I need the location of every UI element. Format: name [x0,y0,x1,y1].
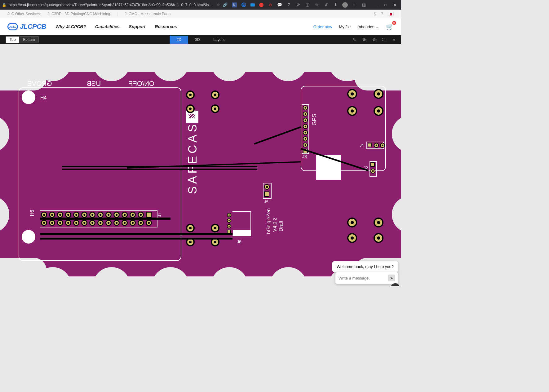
currency-icon[interactable]: ⎘ [374,12,376,16]
nav-support[interactable]: Support [129,24,146,29]
view-tabs: 2D 3D Layers [170,36,232,44]
star-icon[interactable]: ☆ [217,3,220,7]
ext-star2-icon[interactable]: ☆ [314,2,319,7]
logo-text: JLCPCB [20,23,46,31]
cart-button[interactable]: 🛒0 [386,23,394,30]
home-icon[interactable]: ⌂ [391,37,397,42]
nav-capabilities[interactable]: Capabilities [95,24,120,29]
edge-cut [93,44,130,81]
window-controls: ― □ ✕ [372,2,399,8]
edge-cut [270,44,307,81]
silk-grove: GROVE [27,80,52,88]
silk-j4: J4 [360,143,364,148]
silk-h4: H4 [40,95,46,101]
side-top[interactable]: Top [6,37,19,43]
side-selector: Top Bottom [6,36,39,43]
white-strip [233,230,250,236]
silk-j3: J3 [302,154,307,159]
close-button[interactable]: ✕ [391,2,399,8]
ext-block-icon[interactable]: ⊘ [268,2,273,7]
edge-cut [152,44,189,81]
silk-version-name: bGeigieZen [266,208,272,234]
browser-chrome: 🔒 https://cart.jlcpcb.com/quote/gerbervi… [0,0,401,10]
flag-jp-icon[interactable] [388,12,394,16]
my-file-link[interactable]: My file [339,24,351,29]
order-now-link[interactable]: Order now [313,24,332,29]
silk-j6: J6 [237,239,241,244]
ext-swirl-icon[interactable]: 🌀 [241,2,246,7]
chevron-down-icon: ⌄ [376,24,379,29]
trace [40,233,232,235]
sidebar-icon[interactable]: ▥ [361,2,366,7]
ext-link-icon[interactable]: 🔗 [223,2,228,7]
lock-icon: 🔒 [2,3,6,7]
silk-j5: J5 [264,200,268,204]
chat-welcome-bubble[interactable]: Welcome back, may I help you? [332,261,398,272]
trace [40,218,170,220]
trace [62,169,257,170]
silk-version-num: V4.0.2 [272,218,278,232]
pcb-canvas[interactable]: GROVE USB ON/OFF H4 H6 SAFECAST GPS J3 J… [0,44,401,286]
address-bar[interactable]: https://cart.jlcpcb.com/quote/gerberview… [9,3,214,7]
url-scheme: https:// [9,3,20,7]
divider: | [117,12,118,16]
edge-cut [211,267,248,286]
url-path: /quote/gerberviewThree/?pcb=true&qs=b318… [45,3,214,7]
menu-icon[interactable]: ⋯ [352,2,357,7]
nav-resources[interactable]: Resources [155,24,177,29]
silk-onoff: ON/OFF [129,80,154,88]
fullscreen-icon[interactable]: ⛶ [381,37,387,42]
logo-prefix: J@LC [7,23,18,30]
viewer-tools: ✎ ⊕ ⊖ ⛶ ⌂ [352,37,401,42]
zoom-in-icon[interactable]: ⊕ [361,37,367,42]
ext-history-icon[interactable]: ↺ [324,2,329,7]
ext-download-icon[interactable]: ⬇ [333,2,338,7]
edge-cut [93,267,130,286]
maximize-button[interactable]: □ [381,2,390,8]
ext-red-icon[interactable] [259,3,263,7]
avatar-icon[interactable] [342,2,348,8]
chat-input[interactable] [339,276,370,280]
measure-icon[interactable]: ✎ [352,37,357,42]
username: robouden [357,24,374,29]
safecast-logo-text: SAFECAST [186,112,199,194]
help-icon[interactable]: ? [381,12,383,16]
silk-usb: USB [87,80,101,88]
tab-2d[interactable]: 2D [170,36,188,44]
ext-fb-icon[interactable]: f₂ [232,2,237,7]
brand-logo[interactable]: J@LC JLCPCB [7,23,46,31]
silk-version-draft: Draft [278,221,284,231]
silk-outline-gps [301,86,386,171]
send-icon[interactable]: ➤ [388,275,395,281]
ext-panel-icon[interactable]: ◫ [305,2,310,7]
nav-why[interactable]: Why JLCPCB? [55,24,86,29]
edge-cut [392,196,401,233]
url-host: cart.jlcpcb.com [20,3,45,7]
white-pad [316,155,341,180]
ext-chat-icon[interactable]: 💬 [277,2,282,7]
service-3dp-link[interactable]: JLC3DP - 3D Printing/CNC Machining [47,12,110,16]
edge-cut [270,267,307,286]
side-bottom[interactable]: Bottom [19,37,38,43]
edge-cut [392,115,401,152]
user-menu[interactable]: robouden ⌄ [357,24,379,29]
main-nav: J@LC JLCPCB Why JLCPCB? Capabilities Sup… [0,18,401,35]
ext-z-icon[interactable]: Z [286,2,291,7]
silk-h6: H6 [29,210,35,216]
zoom-out-icon[interactable]: ⊖ [371,37,377,42]
edge-cut [152,267,189,286]
ext-refresh-icon[interactable]: ⟳ [296,2,301,7]
edge-cut [355,47,401,90]
pcb-board: GROVE USB ON/OFF H4 H6 SAFECAST GPS J3 J… [0,72,401,276]
silk-gps: GPS [311,114,318,126]
ext-blue-icon[interactable] [250,3,255,7]
edge-cut [0,196,9,233]
services-label: JLC Other Services: [7,12,41,16]
minimize-button[interactable]: ― [372,2,381,8]
trace [254,126,301,144]
silk-j1: J1 [158,213,162,217]
service-mc-link[interactable]: JLCMC - Mechatronic Parts [125,12,170,16]
tab-layers[interactable]: Layers [206,36,231,44]
trace [40,238,232,240]
tab-3d[interactable]: 3D [188,36,206,44]
